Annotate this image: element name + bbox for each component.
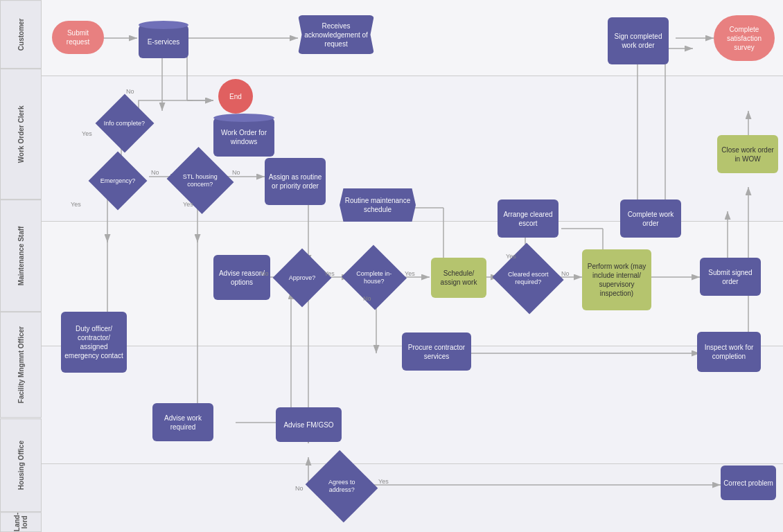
- lane-label-facility: Facility Mngmnt Officer: [0, 312, 42, 418]
- label-no-inhouse: No: [363, 295, 371, 302]
- submit-signed-node[interactable]: Submit signed order: [700, 258, 761, 296]
- assign-routine-node[interactable]: Assign as routine or priority order: [265, 158, 326, 205]
- cleared-escort-diamond[interactable]: Cleared escort required?: [498, 255, 558, 302]
- label-yes-escort: Yes: [506, 253, 516, 260]
- label-yes-emergency: Yes: [71, 201, 81, 208]
- e-services-node[interactable]: E-services: [139, 25, 188, 58]
- complete-survey-node[interactable]: Complete satisfaction survey: [714, 15, 775, 61]
- inspect-work-node[interactable]: Inspect work for completion: [697, 332, 761, 372]
- routine-maintenance-node[interactable]: Routine maintenance schedule: [340, 188, 416, 222]
- label-yes-info: Yes: [82, 130, 92, 137]
- schedule-assign-node[interactable]: Schedule/ assign work: [431, 258, 486, 298]
- work-order-windows-node[interactable]: Work Order for windows: [213, 118, 274, 157]
- complete-work-order-node[interactable]: Complete work order: [620, 200, 681, 238]
- label-no-approve: No: [261, 270, 269, 277]
- procure-contractor-node[interactable]: Procure contractor services: [402, 332, 471, 371]
- approve-diamond[interactable]: Approve?: [277, 255, 327, 300]
- label-no-info: No: [126, 88, 134, 95]
- correct-problem-node[interactable]: Correct problem: [721, 466, 776, 500]
- label-no-emergency: No: [151, 169, 159, 176]
- label-yes-stl: Yes: [183, 201, 193, 208]
- sign-completed-node[interactable]: Sign completed work order: [608, 17, 669, 64]
- agrees-address-diamond[interactable]: Agrees to address?: [310, 463, 373, 510]
- advise-fm-node[interactable]: Advise FM/GSO: [276, 407, 342, 442]
- receives-ack-node[interactable]: Receives acknowledgement of request: [298, 15, 374, 54]
- close-work-order-node[interactable]: Close work order in WOW: [717, 135, 778, 173]
- lane-label-customer: Customer: [0, 0, 42, 69]
- duty-officer-node[interactable]: Duty officer/ contractor/ assigned emerg…: [61, 312, 127, 373]
- advise-work-node[interactable]: Advise work required: [152, 403, 213, 441]
- lane-labels: Customer Work Order Clerk Maintenance St…: [0, 0, 42, 532]
- submit-request-node[interactable]: Submit request: [52, 21, 104, 54]
- emergency-diamond[interactable]: Emergency?: [90, 158, 146, 203]
- lane-label-clerk: Work Order Clerk: [0, 69, 42, 200]
- arrange-escort-node[interactable]: Arrange cleared escort: [498, 200, 558, 238]
- diagram-container: Customer Work Order Clerk Maintenance St…: [0, 0, 783, 532]
- complete-inhouse-diamond[interactable]: Complete in-house?: [346, 255, 402, 300]
- lane-label-housing: Housing Office: [0, 418, 42, 512]
- stl-housing-diamond[interactable]: STL housing concern?: [170, 158, 231, 203]
- lane-label-landlord: Land-lord: [0, 512, 42, 532]
- label-no-escort: No: [561, 270, 570, 277]
- label-yes-inhouse: Yes: [405, 270, 415, 277]
- label-yes-approve: Yes: [324, 270, 335, 277]
- perform-work-node[interactable]: Perform work (may include internal/ supe…: [582, 249, 651, 310]
- label-yes-agrees: Yes: [378, 478, 389, 485]
- lane-label-maintenance: Maintenance Staff: [0, 200, 42, 312]
- label-no-agrees: No: [295, 485, 303, 492]
- advise-reason-node[interactable]: Advise reason/ options: [213, 255, 270, 300]
- label-no-stl: No: [232, 169, 240, 176]
- lane-maintenance-bg: [42, 222, 783, 346]
- end-node[interactable]: End: [218, 79, 253, 114]
- info-complete-diamond[interactable]: Info complete?: [97, 100, 152, 145]
